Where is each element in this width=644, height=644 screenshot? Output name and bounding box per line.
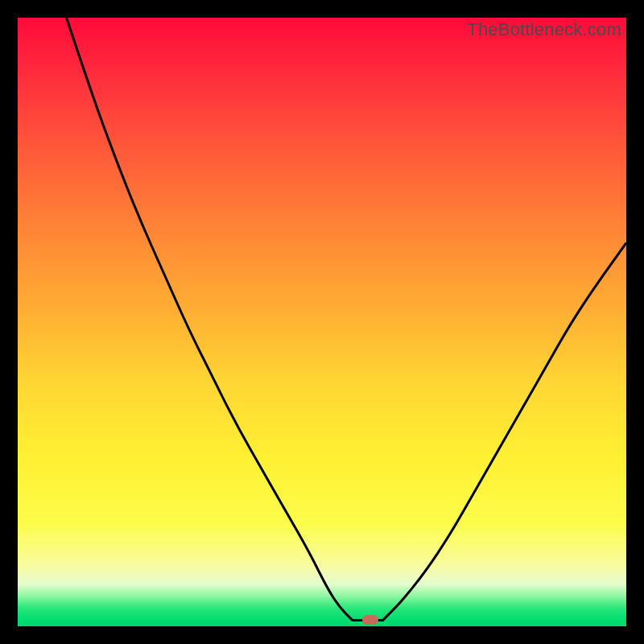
curve-path xyxy=(67,18,627,620)
chart-frame: TheBottleneck.com xyxy=(0,0,644,644)
bottleneck-curve xyxy=(18,18,626,626)
minimum-marker xyxy=(362,615,378,625)
plot-area: TheBottleneck.com xyxy=(18,18,626,626)
